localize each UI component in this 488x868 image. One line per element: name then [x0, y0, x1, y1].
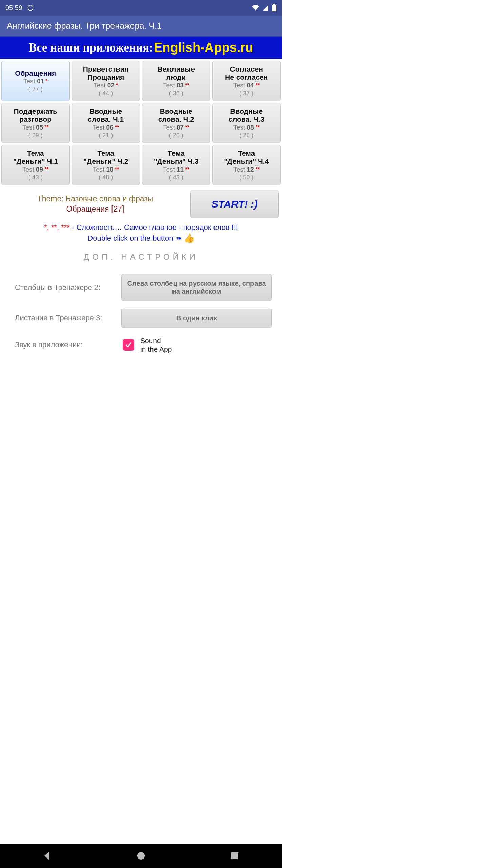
setting-cols-button[interactable]: Слева столбец на русском языке, справа н…	[121, 274, 272, 301]
tile-count: ( 48 )	[99, 174, 113, 181]
moon-icon	[27, 4, 34, 11]
lesson-tile-10[interactable]: Тема "Деньги" Ч.2Test 10 **( 48 )	[72, 145, 140, 185]
promo-banner[interactable]: Все наши приложения: English-Apps.ru	[0, 37, 282, 60]
tile-test-line: Test 11 **	[163, 166, 189, 173]
theme-info: Theme: Базовые слова и фразы Обращения […	[3, 194, 187, 214]
svg-rect-2	[273, 4, 275, 5]
wifi-icon	[251, 4, 260, 11]
settings-title: ДОП. НАСТРОЙКИ	[0, 250, 282, 271]
tile-test-line: Test 12 **	[233, 166, 260, 173]
theme-line1: Theme: Базовые слова и фразы	[3, 194, 187, 204]
tile-test-line: Test 03 **	[163, 82, 189, 89]
lesson-tile-05[interactable]: Поддержать разговорTest 05 **( 29 )	[1, 103, 70, 143]
banner-left-text: Все наши приложения:	[29, 41, 153, 55]
tile-title: Вводные слова. Ч.2	[158, 107, 194, 123]
info-text2: Double click on the button ➠	[87, 234, 181, 243]
svg-rect-1	[272, 5, 276, 11]
app-title: Английские фразы. Три тренажера. Ч.1	[7, 21, 162, 31]
setting-sound-label: Звук в приложении:	[15, 340, 117, 349]
info-text1: - Сложность… Самое главное - порядок сло…	[70, 223, 238, 232]
tile-test-line: Test 07 **	[163, 124, 189, 131]
lesson-tile-11[interactable]: Тема "Деньги" Ч.3Test 11 **( 43 )	[142, 145, 210, 185]
start-button[interactable]: START! :)	[190, 190, 279, 218]
tile-count: ( 37 )	[239, 90, 253, 97]
setting-paging-label: Листание в Тренажере 3:	[15, 314, 117, 322]
lesson-tile-01[interactable]: ОбращенияTest 01 *( 27 )	[1, 61, 70, 101]
battery-icon	[272, 4, 277, 12]
tile-test-line: Test 01 *	[23, 78, 48, 85]
lesson-tile-07[interactable]: Вводные слова. Ч.2Test 07 **( 26 )	[142, 103, 210, 143]
tile-title: Поддержать разговор	[14, 107, 57, 123]
tile-test-line: Test 09 **	[22, 166, 49, 173]
banner-right-text: English-Apps.ru	[154, 40, 253, 55]
tile-test-line: Test 10 **	[93, 166, 119, 173]
lesson-tile-02[interactable]: Приветствия ПрощанияTest 02 *( 44 )	[72, 61, 140, 101]
tile-count: ( 36 )	[169, 90, 183, 97]
tile-count: ( 44 )	[99, 90, 113, 97]
info-block: *, **, *** - Сложность… Самое главное - …	[0, 220, 282, 250]
tile-count: ( 43 )	[28, 174, 43, 181]
tile-count: ( 50 )	[239, 174, 253, 181]
lesson-tile-12[interactable]: Тема "Деньги" Ч.4Test 12 **( 50 )	[212, 145, 281, 185]
sound-text: Sound in the App	[140, 336, 172, 353]
app-title-bar: Английские фразы. Три тренажера. Ч.1	[0, 16, 282, 36]
tile-title: Тема "Деньги" Ч.2	[83, 149, 128, 165]
lesson-tile-04[interactable]: Согласен Не согласенTest 04 **( 37 )	[212, 61, 281, 101]
theme-line2: Обращения [27]	[3, 204, 187, 214]
status-bar: 05:59	[0, 0, 282, 16]
svg-point-0	[28, 5, 33, 11]
lesson-tile-09[interactable]: Тема "Деньги" Ч.1Test 09 **( 43 )	[1, 145, 70, 185]
setting-paging-button[interactable]: В один клик	[121, 309, 272, 328]
thumbs-up-icon: 👍	[184, 233, 195, 243]
lesson-tile-03[interactable]: Вежливые людиTest 03 **( 36 )	[142, 61, 210, 101]
tile-title: Согласен Не согласен	[225, 65, 268, 81]
tile-test-line: Test 04 **	[233, 82, 260, 89]
info-stars: *, **, ***	[44, 223, 70, 232]
tile-count: ( 27 )	[28, 86, 43, 93]
tile-test-line: Test 05 **	[22, 124, 49, 131]
tile-count: ( 43 )	[169, 174, 183, 181]
setting-cols-label: Столбцы в Тренажере 2:	[15, 283, 117, 292]
tile-title: Вводные слова. Ч.3	[228, 107, 264, 123]
tile-title: Приветствия Прощания	[83, 65, 129, 81]
lesson-tile-08[interactable]: Вводные слова. Ч.3Test 08 **( 26 )	[212, 103, 281, 143]
lesson-tile-06[interactable]: Вводные слова. Ч.1Test 06 **( 21 )	[72, 103, 140, 143]
check-icon	[125, 341, 132, 349]
tile-count: ( 29 )	[28, 132, 43, 139]
sound-checkbox[interactable]	[123, 339, 134, 351]
tile-test-line: Test 08 **	[233, 124, 260, 131]
status-time: 05:59	[5, 4, 22, 12]
tile-title: Тема "Деньги" Ч.1	[13, 149, 58, 165]
lesson-grid: ОбращенияTest 01 *( 27 )Приветствия Прощ…	[0, 60, 282, 187]
tile-test-line: Test 06 **	[93, 124, 119, 131]
tile-title: Вводные слова. Ч.1	[88, 107, 124, 123]
tile-title: Тема "Деньги" Ч.3	[154, 149, 199, 165]
tile-title: Тема "Деньги" Ч.4	[224, 149, 269, 165]
tile-count: ( 21 )	[99, 132, 113, 139]
tile-title: Вежливые люди	[158, 65, 195, 81]
signal-icon	[262, 4, 269, 11]
tile-title: Обращения	[15, 69, 56, 77]
tile-count: ( 26 )	[169, 132, 183, 139]
tile-count: ( 26 )	[239, 132, 253, 139]
tile-test-line: Test 02 *	[94, 82, 118, 89]
